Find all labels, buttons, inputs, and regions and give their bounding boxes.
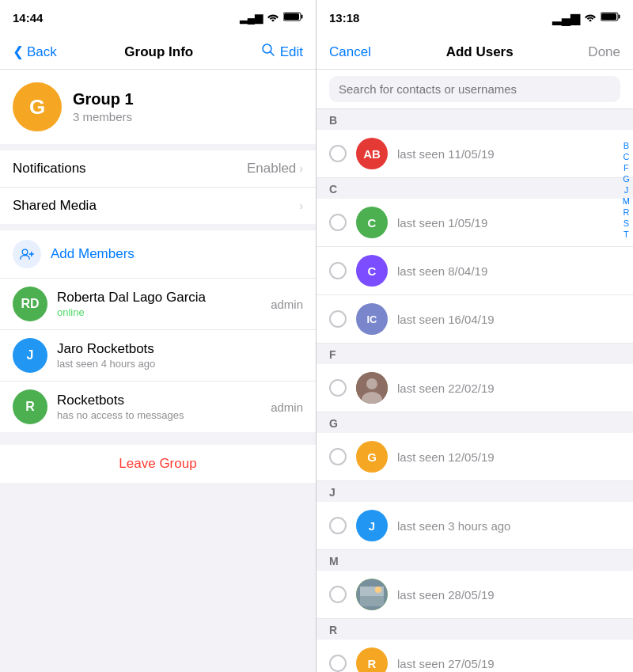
contact-avatar: C bbox=[356, 255, 388, 287]
notifications-label: Notifications bbox=[13, 161, 86, 177]
contact-row[interactable]: AB last seen 11/05/19 bbox=[316, 130, 633, 178]
section-header-c: C bbox=[316, 178, 633, 199]
contact-avatar: G bbox=[356, 441, 388, 473]
contact-row[interactable]: J last seen 3 hours ago bbox=[316, 502, 633, 550]
section-header-j: J bbox=[316, 481, 633, 502]
member-info-rocketbots: Rocketbots has no access to messages bbox=[57, 393, 261, 421]
add-members-row[interactable]: Add Members bbox=[0, 230, 316, 279]
battery-icon bbox=[283, 12, 303, 24]
contact-radio[interactable] bbox=[329, 262, 347, 279]
contact-row[interactable]: C last seen 1/05/19 bbox=[316, 199, 633, 247]
contact-radio[interactable] bbox=[329, 586, 347, 603]
search-icon[interactable] bbox=[261, 43, 275, 61]
right-time: 13:18 bbox=[329, 11, 359, 25]
contact-radio[interactable] bbox=[329, 379, 347, 397]
contact-radio[interactable] bbox=[329, 517, 347, 534]
done-button[interactable]: Done bbox=[588, 44, 620, 60]
left-nav-bar: ❮ Back Group Info Edit bbox=[0, 35, 316, 70]
contact-row[interactable]: G last seen 12/05/19 bbox=[316, 433, 633, 481]
left-time: 14:44 bbox=[13, 11, 43, 25]
leave-group-section: Leave Group bbox=[0, 445, 316, 483]
member-row[interactable]: RD Roberta Dal Lago Garcia online admin bbox=[0, 279, 316, 330]
notifications-chevron-icon: › bbox=[299, 162, 303, 175]
right-battery-icon bbox=[601, 10, 620, 25]
shared-media-label: Shared Media bbox=[13, 198, 97, 214]
member-role: admin bbox=[271, 401, 303, 414]
contact-radio[interactable] bbox=[329, 448, 347, 465]
cancel-button[interactable]: Cancel bbox=[329, 44, 371, 60]
group-avatar-letter: G bbox=[29, 95, 45, 120]
group-info-title: Group Info bbox=[124, 44, 193, 60]
contact-last-seen: last seen 11/05/19 bbox=[397, 147, 495, 161]
leave-group-row[interactable]: Leave Group bbox=[0, 445, 316, 483]
contact-radio[interactable] bbox=[329, 655, 347, 672]
svg-rect-10 bbox=[601, 13, 616, 20]
notifications-value: Enabled › bbox=[247, 161, 303, 177]
members-section: Add Members RD Roberta Dal Lago Garcia o… bbox=[0, 230, 316, 432]
contact-row[interactable]: last seen 28/05/19 bbox=[316, 571, 633, 619]
member-role: admin bbox=[271, 298, 303, 311]
member-avatar-j: J bbox=[13, 338, 47, 373]
section-header-r: R bbox=[316, 619, 633, 640]
group-header: G Group 1 3 members bbox=[0, 70, 316, 144]
contact-last-seen: last seen 8/04/19 bbox=[397, 264, 487, 278]
shared-media-chevron-icon: › bbox=[299, 199, 303, 212]
contacts-list: B AB last seen 11/05/19 C C last seen 1/… bbox=[316, 109, 633, 672]
member-row[interactable]: J Jaro Rocketbots last seen 4 hours ago bbox=[0, 330, 316, 382]
member-row[interactable]: R Rocketbots has no access to messages a… bbox=[0, 382, 316, 432]
contact-row[interactable]: IC last seen 16/04/19 bbox=[316, 295, 633, 344]
contact-row[interactable]: R last seen 27/05/19 bbox=[316, 640, 633, 672]
wifi-icon bbox=[267, 12, 279, 24]
contact-row[interactable]: last seen 22/02/19 bbox=[316, 364, 633, 412]
contact-avatar bbox=[356, 372, 388, 404]
index-s[interactable]: S bbox=[624, 218, 629, 228]
right-status-icons: ▂▄▆ bbox=[552, 10, 620, 25]
back-label: Back bbox=[27, 44, 57, 60]
section-header-b: B bbox=[316, 109, 633, 130]
search-container bbox=[316, 70, 633, 109]
back-button[interactable]: ❮ Back bbox=[13, 44, 57, 60]
edit-button[interactable]: Edit bbox=[280, 44, 303, 60]
right-nav-bar: Cancel Add Users Done bbox=[316, 35, 633, 70]
settings-section: Notifications Enabled › Shared Media › bbox=[0, 150, 316, 224]
svg-rect-9 bbox=[619, 15, 620, 19]
contact-radio[interactable] bbox=[329, 145, 347, 162]
notifications-row[interactable]: Notifications Enabled › bbox=[0, 150, 316, 188]
contact-avatar: IC bbox=[356, 303, 388, 335]
left-status-icons: ▂▄▆ bbox=[240, 12, 303, 24]
left-panel: 14:44 ▂▄▆ ❮ Back Group Info Edit G bbox=[0, 0, 316, 672]
index-f[interactable]: F bbox=[624, 163, 629, 173]
svg-rect-15 bbox=[360, 594, 384, 606]
index-m[interactable]: M bbox=[623, 196, 630, 206]
contact-last-seen: last seen 16/04/19 bbox=[397, 313, 495, 326]
right-status-bar: 13:18 ▂▄▆ bbox=[316, 0, 633, 35]
svg-rect-2 bbox=[284, 13, 299, 20]
notifications-status: Enabled bbox=[247, 161, 296, 177]
left-status-bar: 14:44 ▂▄▆ bbox=[0, 0, 316, 35]
contact-avatar: C bbox=[356, 207, 388, 238]
contact-radio[interactable] bbox=[329, 214, 347, 231]
section-index: B C F G J M R S T bbox=[623, 109, 630, 239]
member-info-roberta: Roberta Dal Lago Garcia online bbox=[57, 290, 261, 318]
index-c[interactable]: C bbox=[623, 152, 629, 161]
index-r[interactable]: R bbox=[623, 207, 629, 217]
index-t[interactable]: T bbox=[624, 230, 629, 239]
index-b[interactable]: B bbox=[624, 141, 629, 150]
svg-rect-1 bbox=[301, 14, 303, 18]
contact-last-seen: last seen 1/05/19 bbox=[397, 216, 487, 230]
group-name: Group 1 bbox=[73, 90, 134, 108]
contact-radio[interactable] bbox=[329, 310, 347, 328]
member-status: has no access to messages bbox=[57, 409, 261, 421]
shared-media-value: › bbox=[299, 199, 303, 212]
nav-right-actions: Edit bbox=[261, 43, 303, 61]
index-g[interactable]: G bbox=[623, 174, 630, 184]
index-j[interactable]: J bbox=[624, 185, 629, 195]
right-wifi-icon bbox=[584, 10, 597, 25]
group-members: 3 members bbox=[73, 110, 134, 123]
shared-media-row[interactable]: Shared Media › bbox=[0, 188, 316, 224]
leave-group-label: Leave Group bbox=[119, 456, 196, 471]
signal-icon: ▂▄▆ bbox=[240, 12, 263, 24]
contact-row[interactable]: C last seen 8/04/19 bbox=[316, 247, 633, 295]
search-input[interactable] bbox=[329, 76, 620, 102]
member-status: last seen 4 hours ago bbox=[57, 358, 294, 370]
